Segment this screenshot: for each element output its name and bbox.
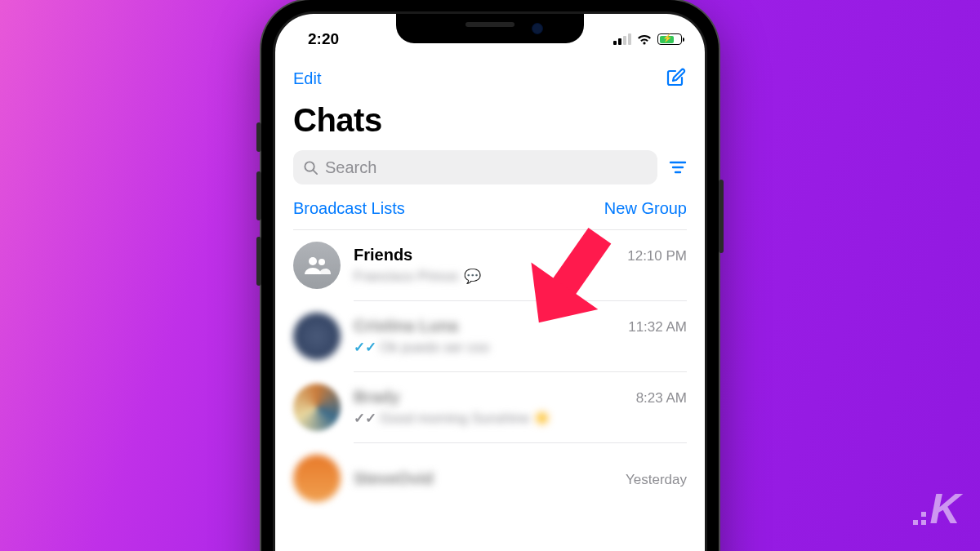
chat-preview: Francisco Prince: 💬 [354,268,687,285]
watermark-logo: K [913,484,959,533]
status-time: 2:20 [298,30,339,48]
svg-point-6 [318,259,325,265]
new-group-button[interactable]: New Group [604,199,687,218]
phone-screen: 2:20 Edit Chats [275,14,705,551]
chat-name: SteveOvid [354,469,434,488]
chat-name: Brady [354,388,400,407]
mute-switch [256,122,261,152]
svg-point-5 [309,257,317,265]
chat-time: 12:10 PM [627,248,687,264]
avatar [293,384,341,431]
notch [396,14,584,43]
battery-charging-icon [657,33,682,45]
delivered-checkmarks-icon: ✓✓ [354,410,376,427]
edit-button[interactable]: Edit [293,69,321,88]
chat-row-friends[interactable]: Friends 12:10 PM Francisco Prince: 💬 [293,230,687,300]
cellular-signal-icon [613,33,631,45]
read-checkmarks-icon: ✓✓ [354,339,376,356]
front-camera-icon [532,23,543,34]
svg-line-1 [313,170,317,174]
avatar [293,313,341,360]
chat-list: Friends 12:10 PM Francisco Prince: 💬 [293,230,687,513]
chat-time: Yesterday [626,472,687,488]
search-placeholder: Search [325,158,376,177]
volume-down-button [256,237,261,286]
filter-icon[interactable] [669,160,687,175]
chat-time: 8:23 AM [636,390,687,407]
search-icon [303,160,318,176]
search-input[interactable]: Search [293,150,657,184]
chat-preview: ✓✓Ok puedo ser coo [354,339,687,356]
chat-row[interactable]: SteveOvid Yesterday [293,443,687,513]
compose-icon[interactable] [666,68,687,89]
chat-name: Cristina Luna [354,317,458,335]
page-title: Chats [293,102,687,139]
chat-row[interactable]: Cristina Luna 11:32 AM ✓✓Ok puedo ser co… [293,301,687,371]
phone-frame: 2:20 Edit Chats [261,0,719,551]
chat-row[interactable]: Brady 8:23 AM ✓✓Good morning Sunshine ☀️ [293,372,687,442]
power-button [719,180,724,253]
broadcast-lists-button[interactable]: Broadcast Lists [293,199,405,218]
group-avatar-icon [293,242,341,289]
volume-up-button [256,171,261,220]
avatar [293,455,341,502]
chat-name: Friends [354,246,412,264]
chat-preview: ✓✓Good morning Sunshine ☀️ [354,410,687,427]
chat-time: 11:32 AM [628,319,687,335]
wifi-icon [636,33,653,46]
